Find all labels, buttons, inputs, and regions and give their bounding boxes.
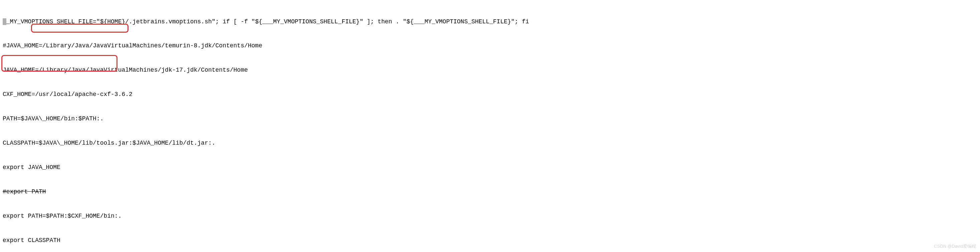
code-text: export JAVA_HOME	[3, 164, 60, 171]
code-text: export PATH=$PATH:$CXF_HOME/bin:.	[3, 213, 121, 219]
code-line: #export PATH	[3, 188, 977, 196]
watermark-text: CSDN @David爱编程	[934, 243, 976, 249]
code-line: PATH=$JAVA\_HOME/bin:$PATH:.	[3, 115, 977, 123]
code-text-strikethrough: #export PATH	[3, 188, 46, 195]
code-line: export JAVA_HOME	[3, 163, 977, 171]
code-line: export CLASSPATH	[3, 236, 977, 244]
code-text: PATH=$JAVA\_HOME/bin:$PATH:.	[3, 115, 103, 122]
code-line: #JAVA_HOME=/Library/Java/JavaVirtualMach…	[3, 42, 977, 50]
code-line: CXF_HOME=/usr/local/apache-cxf-3.6.2	[3, 90, 977, 98]
code-text: _MY_VMOPTIONS_SHELL_FILE="${HOME}/.jetbr…	[6, 18, 529, 25]
code-line: __MY_VMOPTIONS_SHELL_FILE="${HOME}/.jetb…	[3, 17, 977, 26]
code-text: #JAVA_HOME=/Library/Java/JavaVirtualMach…	[3, 42, 262, 49]
code-text: CLASSPATH=$JAVA\_HOME/lib/tools.jar:$JAV…	[3, 139, 215, 146]
code-line: JAVA_HOME=/Library/Java/JavaVirtualMachi…	[3, 66, 977, 74]
code-text: JAVA_HOME=/Library/Java/JavaVirtualMachi…	[3, 67, 248, 73]
code-text: export CLASSPATH	[3, 237, 60, 244]
code-text: CXF_HOME=/usr/local/apache-cxf-3.6.2	[3, 91, 132, 98]
code-line: CLASSPATH=$JAVA\_HOME/lib/tools.jar:$JAV…	[3, 139, 977, 147]
code-line: export PATH=$PATH:$CXF_HOME/bin:.	[3, 212, 977, 220]
terminal-editor-content[interactable]: __MY_VMOPTIONS_SHELL_FILE="${HOME}/.jetb…	[3, 2, 977, 252]
cursor-block	[3, 18, 6, 25]
